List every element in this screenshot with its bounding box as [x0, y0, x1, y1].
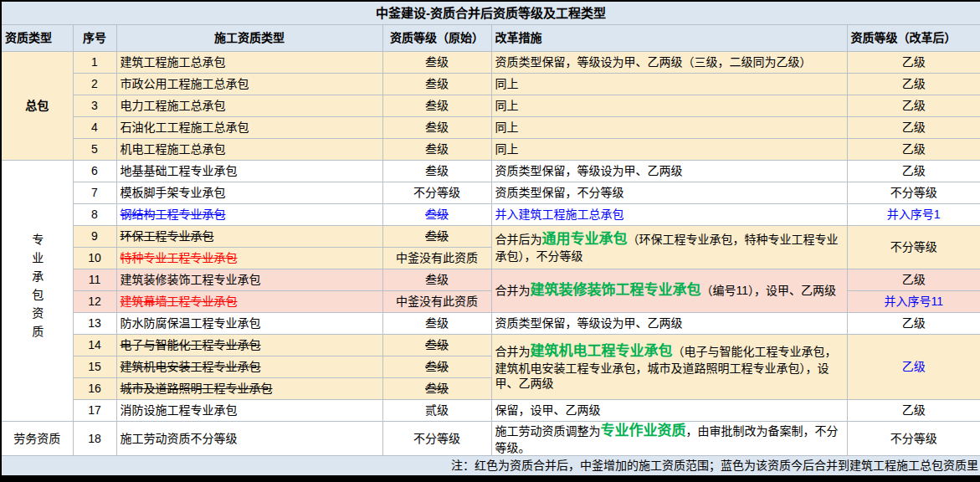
reform-measure: 合并为建筑机电工程专业承包（电子与智能化工程专业承包，建筑机电安装工程专业承包，…	[491, 334, 847, 399]
after-grade: 乙级	[847, 51, 980, 73]
original-grade: 叁级	[382, 203, 491, 225]
row-index: 13	[73, 312, 116, 334]
row-index: 16	[73, 377, 116, 399]
table-row: 4 石油化工工程施工总承包 叁级 同上 乙级	[1, 116, 980, 138]
footnote: 注：红色为资质合并后，中釜增加的施工资质范围；蓝色为该资质今后合并到建筑工程施工…	[1, 455, 980, 477]
after-grade: 并入序号11	[847, 290, 980, 312]
original-grade: 叁级	[382, 160, 491, 182]
after-grade: 乙级	[847, 73, 980, 95]
row-index: 4	[73, 116, 116, 138]
original-grade: 叁级	[382, 51, 491, 73]
original-grade: 叁级	[382, 225, 491, 247]
original-grade: 叁级	[382, 377, 491, 399]
column-header-grade-original: 资质等级（原始）	[382, 24, 491, 51]
qualification-table: 中釜建设-资质合并后资质等级及工程类型 资质类型 序号 施工资质类型 资质等级（…	[0, 0, 980, 479]
table-row: 2 市政公用工程施工总承包 叁级 同上 乙级	[1, 73, 980, 95]
table-row: 14 电子与智能化工程专业承包 叁级 合并为建筑机电工程专业承包（电子与智能化工…	[1, 334, 980, 356]
row-index: 9	[73, 225, 116, 247]
after-grade: 乙级	[847, 334, 980, 399]
row-index: 17	[73, 399, 116, 421]
after-grade: 乙级	[847, 138, 980, 160]
group-label-labor: 劳务资质	[1, 421, 73, 455]
reform-measure: 同上	[491, 95, 847, 116]
qualification-name: 建筑工程施工总承包	[116, 51, 382, 73]
original-grade: 叁级	[382, 269, 491, 290]
reform-text: 施工劳动资质调整为	[495, 424, 601, 438]
reform-highlight: 建筑机电工程专业承包	[531, 343, 673, 359]
qualification-name: 环保工程专业承包	[116, 225, 382, 247]
reform-measure: 同上	[491, 73, 847, 95]
original-grade: 叁级	[382, 356, 491, 377]
title-row: 中釜建设-资质合并后资质等级及工程类型	[1, 1, 980, 24]
reform-measure: 资质类型保留，不分等级	[491, 182, 847, 203]
column-header-type: 资质类型	[1, 24, 73, 51]
group-label-text: 专业承包资质	[31, 233, 43, 344]
row-index: 7	[73, 182, 116, 203]
qualification-name: 电子与智能化工程专业承包	[116, 334, 382, 356]
group-label-specialty-contracting: 专业承包资质	[1, 160, 73, 421]
table-row: 总包 1 建筑工程施工总承包 叁级 资质类型保留，等级设为甲、乙两级（三级，二级…	[1, 51, 980, 73]
row-index: 11	[73, 269, 116, 290]
original-grade: 叁级	[382, 116, 491, 138]
qualification-name: 建筑幕墙工程专业承包	[116, 290, 382, 312]
column-header-grade-after: 资质等级（改革后）	[847, 24, 980, 51]
table-row: 13 防水防腐保温工程专业承包 叁级 资质类型保留，等级设为甲、乙两级 乙级	[1, 312, 980, 334]
after-grade: 不分等级	[847, 225, 980, 269]
original-grade: 不分等级	[382, 421, 491, 455]
column-header-reform: 改革措施	[491, 24, 847, 51]
original-grade: 贰级	[382, 399, 491, 421]
reform-highlight: 专业作业资质	[601, 423, 686, 438]
table-row: 3 电力工程施工总承包 叁级 同上 乙级	[1, 95, 980, 116]
qualification-name: 地基基础工程专业承包	[116, 160, 382, 182]
original-grade: 不分等级	[382, 182, 491, 203]
qualification-name: 特种专业工程专业承包	[116, 247, 382, 269]
row-index: 8	[73, 203, 116, 225]
reform-measure: 合并后为通用专业承包（环保工程专业承包，特种专业工程专业承包），不分等级	[491, 225, 847, 269]
reform-highlight: 建筑装修装饰工程专业承包	[531, 282, 701, 298]
qualification-name: 机电工程施工总承包	[116, 138, 382, 160]
reform-text: 合并为	[495, 345, 531, 358]
after-grade: 乙级	[847, 116, 980, 138]
after-grade: 乙级	[847, 95, 980, 116]
reform-text: 合并为	[495, 284, 531, 297]
reform-measure: 合并为建筑装修装饰工程专业承包（编号11），设甲、乙两级	[491, 269, 847, 312]
original-grade: 中釜没有此资质	[382, 290, 491, 312]
qualification-name: 建筑装修装饰工程专业承包	[116, 269, 382, 290]
table-row: 劳务资质 18 施工劳动资质不分等级 不分等级 施工劳动资质调整为专业作业资质，…	[1, 421, 980, 455]
row-index: 2	[73, 73, 116, 95]
page-title: 中釜建设-资质合并后资质等级及工程类型	[1, 1, 980, 24]
group-label-general-contracting: 总包	[1, 51, 73, 160]
header-row: 资质类型 序号 施工资质类型 资质等级（原始） 改革措施 资质等级（改革后）	[1, 24, 980, 51]
row-index: 15	[73, 356, 116, 377]
reform-measure: 资质类型保留，等级设为甲、乙两级	[491, 312, 847, 334]
reform-measure: 同上	[491, 116, 847, 138]
after-grade: 乙级	[847, 160, 980, 182]
qualification-name: 钢结构工程专业承包	[116, 203, 382, 225]
after-grade: 不分等级	[847, 421, 980, 455]
column-header-index: 序号	[73, 24, 116, 51]
qualification-name: 防水防腐保温工程专业承包	[116, 312, 382, 334]
original-grade: 叁级	[382, 334, 491, 356]
after-grade: 乙级	[847, 312, 980, 334]
qualification-name: 消防设施工程专业承包	[116, 399, 382, 421]
row-index: 1	[73, 51, 116, 73]
after-grade: 并入序号1	[847, 203, 980, 225]
row-index: 5	[73, 138, 116, 160]
reform-measure: 并入建筑工程施工总承包	[491, 203, 847, 225]
after-grade: 乙级	[847, 269, 980, 290]
original-grade: 叁级	[382, 138, 491, 160]
reform-measure: 资质类型保留，等级设为甲、乙两级	[491, 160, 847, 182]
table-row: 8 钢结构工程专业承包 叁级 并入建筑工程施工总承包 并入序号1	[1, 203, 980, 225]
reform-measure: 施工劳动资质调整为专业作业资质，由审批制改为备案制，不分等级。	[491, 421, 847, 455]
reform-measure: 保留，设甲、乙两级	[491, 399, 847, 421]
row-index: 10	[73, 247, 116, 269]
qualification-name: 城市及道路照明工程专业承包	[116, 377, 382, 399]
qualification-name: 模板脚手架专业承包	[116, 182, 382, 203]
table-row: 17 消防设施工程专业承包 贰级 保留，设甲、乙两级 乙级	[1, 399, 980, 421]
row-index: 12	[73, 290, 116, 312]
table-row: 5 机电工程施工总承包 叁级 同上 乙级	[1, 138, 980, 160]
original-grade: 叁级	[382, 73, 491, 95]
qualification-name: 石油化工工程施工总承包	[116, 116, 382, 138]
footnote-row: 注：红色为资质合并后，中釜增加的施工资质范围；蓝色为该资质今后合并到建筑工程施工…	[1, 455, 980, 477]
qualification-name: 市政公用工程施工总承包	[116, 73, 382, 95]
